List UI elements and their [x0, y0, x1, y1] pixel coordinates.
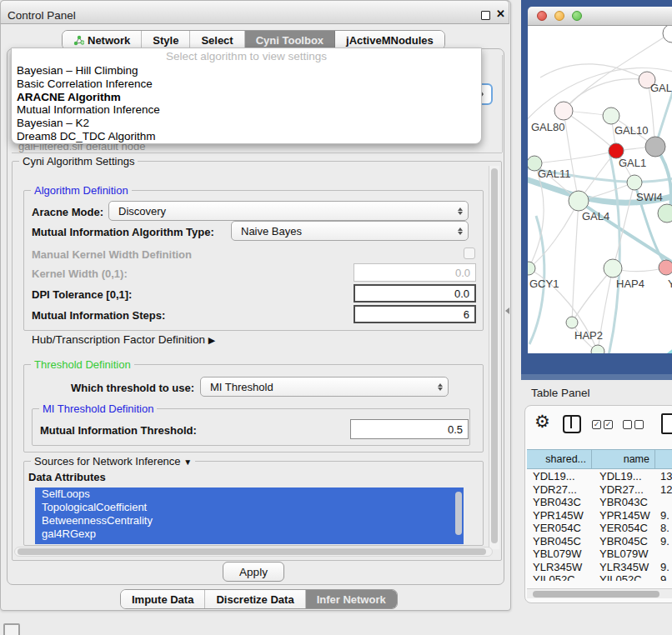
tab-cyni-toolbox[interactable]: Cyni Toolbox — [245, 31, 335, 49]
table-row[interactable]: YIL052C YIL052C 9. — [527, 573, 672, 581]
deselect-all-columns-icon[interactable] — [623, 420, 644, 429]
column-header-shared-name[interactable]: shared... — [527, 449, 592, 469]
network-node-label: GAL80 — [531, 121, 564, 133]
gear-icon[interactable]: ⚙ — [534, 412, 550, 430]
algorithm-select-popup: Select algorithm to view settings Bayesi… — [11, 48, 482, 144]
inference-group-right-border — [502, 55, 503, 152]
window-zoom-traffic-light[interactable] — [572, 11, 582, 21]
inference-group-bottom-border — [12, 152, 502, 153]
mi-algorithm-type-combo[interactable]: Naive Bayes — [231, 221, 469, 241]
select-all-columns-icon[interactable]: ✓ ✓ — [592, 420, 613, 429]
network-node[interactable] — [566, 317, 578, 328]
document-icon[interactable] — [661, 413, 672, 434]
network-node-label: GAL4 — [582, 210, 609, 222]
network-node[interactable] — [659, 260, 672, 275]
tab-infer-network[interactable]: Infer Network — [306, 590, 397, 608]
network-edge[interactable] — [572, 201, 579, 322]
algorithm-list-item[interactable]: Bayesian – Hill Climbing — [12, 64, 481, 78]
network-edge[interactable] — [572, 268, 613, 322]
network-node[interactable] — [627, 175, 642, 190]
algorithm-list-item[interactable]: Mutual Information Inference — [12, 103, 481, 117]
table-row[interactable]: YBL079W YBL079W — [527, 548, 672, 561]
settings-vertical-scrollbar[interactable] — [489, 166, 499, 549]
network-edge[interactable] — [608, 152, 619, 353]
data-attribute-item[interactable]: TopologicalCoefficient — [35, 501, 464, 514]
close-icon[interactable]: ✕ — [496, 8, 505, 20]
network-edge[interactable] — [649, 349, 672, 353]
network-node-label: GAL1 — [619, 157, 646, 169]
data-attributes-label: Data Attributes — [28, 471, 106, 483]
settings-horizontal-scrollbar-thumb[interactable] — [18, 548, 486, 555]
table-horizontal-scrollbar-thumb[interactable] — [533, 591, 659, 598]
aracne-mode-combo[interactable]: Discovery — [108, 201, 469, 221]
dpi-tolerance-field[interactable]: 0.0 — [354, 284, 476, 302]
column-header-name[interactable]: name — [592, 449, 655, 469]
apply-button[interactable]: Apply — [223, 562, 284, 582]
network-view-canvas[interactable]: GALGAL80GAL10GAL1GAL11SWI4GAL4GCY1HAP4YH… — [528, 26, 672, 353]
minimized-panel-icon[interactable] — [3, 623, 20, 635]
network-edge[interactable] — [529, 201, 579, 268]
mi-algorithm-type-label: Mutual Information Algorithm Type: — [32, 226, 214, 238]
manual-kernel-width-checkbox[interactable] — [464, 248, 475, 259]
float-panel-icon[interactable] — [481, 11, 490, 20]
network-node[interactable] — [604, 259, 622, 278]
aracne-mode-value: Discovery — [109, 205, 453, 218]
columns-icon[interactable] — [563, 415, 581, 433]
algorithm-list-item[interactable]: Basic Correlation Inference — [12, 78, 481, 91]
network-edge[interactable] — [540, 64, 647, 80]
window-minimize-traffic-light[interactable] — [554, 11, 564, 21]
attributes-list-scrollbar-thumb[interactable] — [455, 492, 462, 535]
tab-network-label: Network — [88, 34, 130, 47]
hub-definition-label: Hub/Transcription Factor Definition — [32, 333, 205, 346]
table-row[interactable]: YLR345W YLR345W 9. — [527, 561, 672, 574]
window-close-traffic-light[interactable] — [537, 11, 547, 21]
tab-network[interactable]: Network — [63, 31, 142, 49]
algorithm-list-item[interactable]: Bayesian – K2 — [12, 117, 481, 130]
network-edge[interactable] — [564, 111, 579, 201]
network-node-label: HAP2 — [574, 329, 603, 342]
which-threshold-label: Which threshold to use: — [71, 382, 194, 394]
hub-definition-expander[interactable]: Hub/Transcription Factor Definition ▶ — [32, 333, 215, 346]
data-attribute-item[interactable]: BetweennessCentrality — [35, 514, 464, 528]
table-row[interactable]: YDL19... YDL19... 13 — [527, 470, 672, 483]
expander-right-icon: ▶ — [208, 335, 215, 345]
which-threshold-combo[interactable]: MI Threshold — [200, 377, 449, 397]
table-row[interactable]: YDR27... YDR27... 12 — [527, 483, 672, 497]
network-node[interactable] — [569, 191, 589, 211]
network-node[interactable] — [663, 26, 672, 42]
mi-threshold-field[interactable]: 0.5 — [350, 419, 469, 439]
tab-discretize-data[interactable]: Discretize Data — [205, 590, 305, 608]
network-graph[interactable]: GALGAL80GAL10GAL1GAL11SWI4GAL4GCY1HAP4YH… — [528, 26, 672, 353]
table-row[interactable]: YBR045C YBR045C 9. — [527, 535, 672, 548]
which-threshold-value: MI Threshold — [201, 381, 433, 393]
control-panel-titlebar[interactable] — [0, 0, 509, 24]
tab-select[interactable]: Select — [190, 31, 244, 49]
data-attribute-item[interactable]: gal4RGexp — [35, 528, 464, 541]
network-edge[interactable] — [534, 151, 616, 163]
algorithm-list-item[interactable]: Dream8 DC_TDC Algorithm — [12, 130, 481, 143]
algorithm-list-item[interactable]: ARACNE Algorithm — [12, 91, 481, 104]
network-node[interactable] — [554, 102, 573, 120]
table-row[interactable]: YBR043C YBR043C — [527, 496, 672, 509]
network-node-label: Y — [668, 278, 672, 290]
unchecked-box-icon — [634, 420, 644, 429]
table-panel: ⚙ ✓ ✓ shared... name YDL19... YDL19... 1… — [524, 405, 672, 603]
column-header-cut[interactable] — [655, 449, 672, 469]
network-node[interactable] — [658, 204, 672, 222]
network-node[interactable] — [603, 108, 619, 124]
table-horizontal-scrollbar[interactable] — [527, 588, 672, 598]
settings-horizontal-scrollbar[interactable] — [14, 547, 493, 557]
data-attribute-item[interactable]: SelfLoops — [35, 488, 464, 501]
table-row[interactable]: YPR145W YPR145W 9. — [527, 509, 672, 522]
tab-style[interactable]: Style — [142, 31, 190, 49]
splitter-collapse-icon[interactable] — [505, 308, 509, 314]
mi-steps-field[interactable]: 6 — [354, 305, 476, 323]
tab-jactivemnodules[interactable]: jActiveMNodules — [335, 31, 444, 49]
kernel-width-field[interactable]: 0.0 — [354, 263, 476, 282]
network-node[interactable] — [591, 345, 604, 353]
tab-impute-data[interactable]: Impute Data — [121, 590, 205, 608]
network-node[interactable] — [645, 137, 665, 157]
network-window-titlebar[interactable] — [528, 7, 672, 26]
table-row[interactable]: YER054C YER054C 8. — [527, 522, 672, 535]
settings-vertical-scrollbar-thumb[interactable] — [491, 168, 498, 543]
